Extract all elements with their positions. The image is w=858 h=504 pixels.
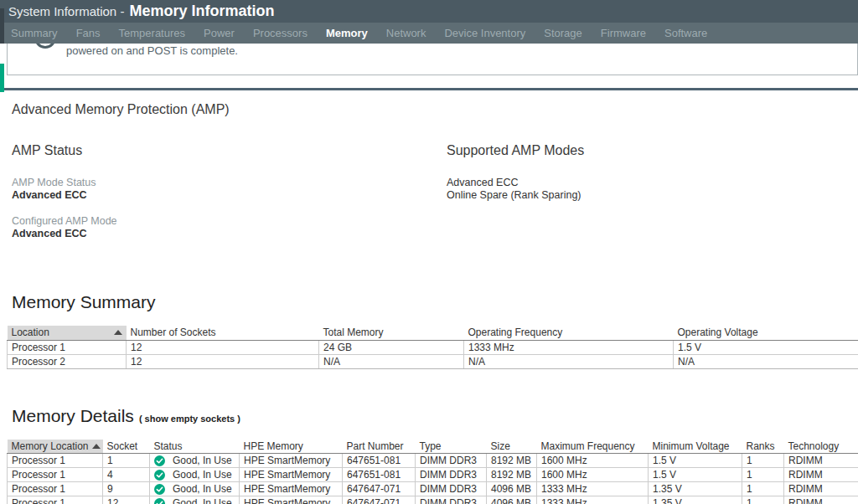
tab-fans[interactable]: Fans — [67, 27, 110, 39]
details-col-technology[interactable]: Technology — [784, 440, 858, 454]
summary-col-number-of-sockets[interactable]: Number of Sockets — [127, 326, 319, 340]
section-divider — [0, 88, 858, 90]
details-col-hpe-memory[interactable]: HPE Memory — [240, 440, 343, 454]
tab-temperatures[interactable]: Temperatures — [110, 27, 194, 39]
notice-area: powered on and POST is complete. — [0, 44, 858, 80]
cell-hpe-memory: HPE SmartMemory — [240, 496, 343, 504]
cell-size: 8192 MB — [487, 454, 537, 468]
cell-memory-location: Processor 1 — [8, 496, 103, 504]
cell-maximum-frequency: 1600 MHz — [537, 468, 649, 482]
memory-details-heading: Memory Details — [12, 406, 134, 426]
memory-details-table: Memory Location Socket Status HPE Memory… — [7, 440, 858, 504]
summary-col-total-memory[interactable]: Total Memory — [319, 326, 464, 340]
amp-mode-status-label: AMP Mode Status — [12, 177, 447, 189]
details-col-ranks[interactable]: Ranks — [742, 440, 784, 454]
tab-memory[interactable]: Memory — [317, 27, 377, 39]
cell-ranks: 1 — [742, 482, 784, 496]
status-text: Good, In Use — [173, 497, 232, 504]
details-col-part-number[interactable]: Part Number — [343, 440, 416, 454]
cell-location: Processor 1 — [8, 340, 127, 354]
cell-minimum-voltage: 1.5 V — [649, 468, 742, 482]
summary-col-operating-frequency[interactable]: Operating Frequency — [464, 326, 674, 340]
cell-status: Good, In Use — [150, 468, 240, 482]
status-ok-icon — [154, 455, 165, 466]
status-text: Good, In Use — [173, 455, 232, 466]
cell-hpe-memory: HPE SmartMemory — [240, 468, 343, 482]
cell-ranks: 1 — [742, 454, 784, 468]
details-col-type[interactable]: Type — [416, 440, 487, 454]
status-ok-icon — [154, 484, 165, 495]
tab-software[interactable]: Software — [655, 27, 716, 39]
cell-total-memory: N/A — [319, 354, 464, 368]
cell-sockets: 12 — [127, 340, 319, 354]
details-col-memory-location[interactable]: Memory Location — [8, 440, 103, 454]
configured-amp-mode-label: Configured AMP Mode — [12, 215, 447, 228]
table-row: Processor 1 12 24 GB 1333 MHz 1.5 V — [8, 340, 858, 354]
cell-part-number: 647647-071 — [343, 496, 416, 504]
cell-sockets: 12 — [127, 354, 319, 368]
page-title-prefix: System Information - — [8, 4, 124, 18]
table-row: Processor 1 4 Good, In Use HPE SmartMemo… — [8, 468, 858, 482]
cell-socket: 12 — [103, 496, 150, 504]
tab-processors[interactable]: Processors — [244, 27, 317, 39]
cell-memory-location: Processor 1 — [8, 482, 103, 496]
cell-type: DIMM DDR3 — [416, 468, 487, 482]
supported-mode-item: Online Spare (Rank Sparing) — [447, 189, 858, 202]
info-icon — [34, 44, 56, 49]
memory-summary-table: Location Number of Sockets Total Memory … — [7, 326, 858, 369]
table-header-row: Location Number of Sockets Total Memory … — [8, 326, 858, 340]
show-empty-sockets-toggle[interactable]: ( show empty sockets ) — [139, 414, 240, 424]
table-row: Processor 2 12 N/A N/A N/A — [8, 354, 858, 368]
amp-mode-status-field: AMP Mode Status Advanced ECC — [12, 177, 447, 202]
cell-maximum-frequency: 1333 MHz — [537, 482, 649, 496]
cell-part-number: 647651-081 — [343, 454, 416, 468]
details-col-socket[interactable]: Socket — [103, 440, 150, 454]
cell-socket: 9 — [103, 482, 150, 496]
cell-ranks: 1 — [742, 468, 784, 482]
cell-size: 8192 MB — [487, 468, 537, 482]
table-row: Processor 1 12 Good, In Use HPE SmartMem… — [8, 496, 858, 504]
tab-device-inventory[interactable]: Device Inventory — [435, 27, 535, 39]
cell-type: DIMM DDR3 — [416, 496, 487, 504]
cell-maximum-frequency: 1600 MHz — [537, 454, 649, 468]
summary-col-location[interactable]: Location — [8, 326, 127, 340]
amp-status-heading: AMP Status — [12, 143, 447, 158]
title-bar: System Information - Memory Information — [0, 0, 858, 23]
page-title: Memory Information — [129, 3, 274, 20]
details-col-status[interactable]: Status — [150, 440, 240, 454]
tab-summary[interactable]: Summary — [2, 27, 67, 39]
cell-part-number: 647647-071 — [343, 482, 416, 496]
cell-socket: 4 — [103, 468, 150, 482]
status-text: Good, In Use — [173, 483, 232, 495]
cell-operating-frequency: 1333 MHz — [464, 340, 674, 354]
cell-operating-voltage: N/A — [674, 354, 858, 368]
tab-network[interactable]: Network — [377, 27, 436, 39]
cell-operating-voltage: 1.5 V — [674, 340, 858, 354]
cell-memory-location: Processor 1 — [8, 468, 103, 482]
memory-summary-heading: Memory Summary — [12, 292, 858, 312]
tab-storage[interactable]: Storage — [535, 27, 592, 39]
summary-col-operating-voltage[interactable]: Operating Voltage — [674, 326, 858, 340]
cell-memory-location: Processor 1 — [8, 454, 103, 468]
status-ok-icon — [154, 498, 165, 504]
sort-ascending-icon — [114, 330, 122, 335]
supported-amp-modes-heading: Supported AMP Modes — [447, 143, 858, 158]
supported-mode-item: Advanced ECC — [447, 177, 858, 189]
details-col-maximum-frequency[interactable]: Maximum Frequency — [537, 440, 649, 454]
details-col-minimum-voltage[interactable]: Minimum Voltage — [649, 440, 742, 454]
cell-location: Processor 2 — [8, 354, 127, 368]
status-ok-icon — [154, 470, 165, 481]
cell-ranks: 1 — [742, 496, 784, 504]
tab-power[interactable]: Power — [194, 27, 244, 39]
cell-operating-frequency: N/A — [464, 354, 674, 368]
table-header-row: Memory Location Socket Status HPE Memory… — [8, 440, 858, 454]
cell-total-memory: 24 GB — [319, 340, 464, 354]
configured-amp-mode-field: Configured AMP Mode Advanced ECC — [12, 215, 447, 240]
cell-maximum-frequency: 1333 MHz — [537, 496, 649, 504]
tab-firmware[interactable]: Firmware — [592, 27, 655, 39]
amp-mode-status-value: Advanced ECC — [12, 189, 447, 202]
post-notice-box: powered on and POST is complete. — [7, 44, 858, 75]
cell-hpe-memory: HPE SmartMemory — [240, 482, 343, 496]
details-col-size[interactable]: Size — [487, 440, 537, 454]
cell-status: Good, In Use — [150, 496, 240, 504]
